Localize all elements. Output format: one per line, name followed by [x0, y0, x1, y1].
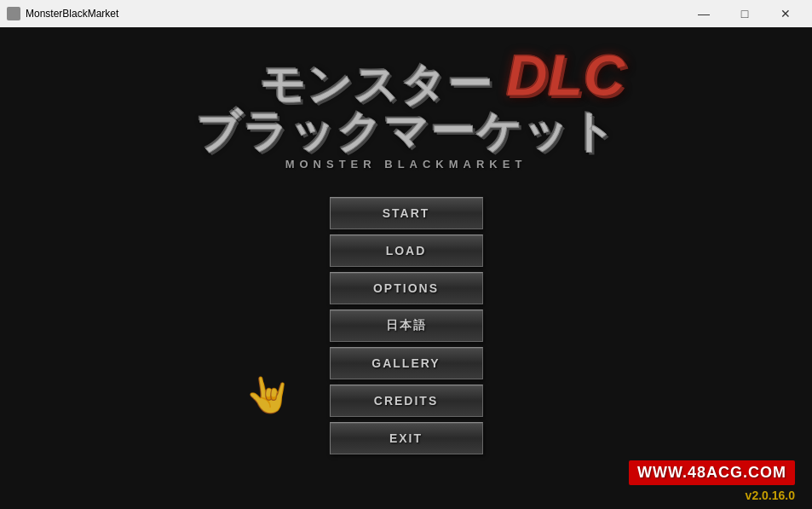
- minimize-button[interactable]: —: [684, 0, 723, 27]
- language-button[interactable]: 日本語: [330, 309, 483, 342]
- logo-container: モンスター DLC ブラックマーケット MONSTER BLACKMARKET: [196, 61, 617, 171]
- load-button[interactable]: LOAD: [330, 234, 483, 267]
- gallery-button[interactable]: GALLERY: [330, 347, 483, 379]
- title-bar: MonsterBlackMarket — □ ✕: [0, 0, 812, 27]
- window-controls: — □ ✕: [684, 0, 805, 27]
- exit-button[interactable]: EXIT: [330, 422, 483, 454]
- logo-subtitle: MONSTER BLACKMARKET: [196, 158, 617, 171]
- app-title: MonsterBlackMarket: [26, 8, 118, 20]
- watermark: WWW.48ACG.COM: [629, 460, 795, 485]
- start-button[interactable]: START: [330, 197, 483, 229]
- logo-line2: ブラックマーケット: [196, 108, 617, 155]
- dlc-logo: DLC: [506, 46, 625, 104]
- app-icon: [7, 7, 20, 20]
- options-button[interactable]: OPTIONS: [330, 272, 483, 304]
- maximize-button[interactable]: □: [725, 0, 764, 27]
- logo-wrapper: モンスター DLC ブラックマーケット MONSTER BLACKMARKET: [196, 61, 617, 171]
- title-bar-left: MonsterBlackMarket: [7, 7, 118, 20]
- credits-button[interactable]: CREDITS: [330, 385, 483, 417]
- cursor-icon: 🤟: [247, 375, 290, 415]
- version-label: v2.0.16.0: [746, 489, 795, 502]
- logo-line1: モンスター: [260, 61, 493, 108]
- game-area: モンスター DLC ブラックマーケット MONSTER BLACKMARKET …: [0, 27, 812, 509]
- close-button[interactable]: ✕: [766, 0, 805, 27]
- menu-container: START LOAD OPTIONS 日本語 GALLERY CREDITS E…: [330, 197, 483, 454]
